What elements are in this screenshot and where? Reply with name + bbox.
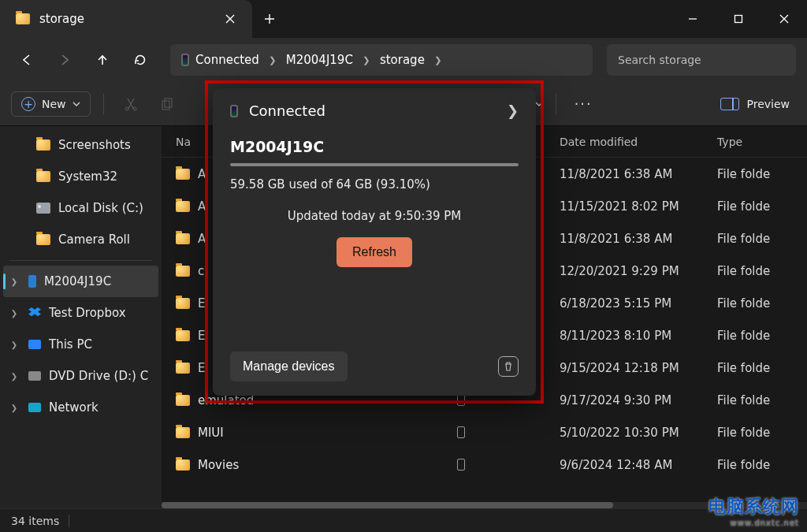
chevron-right-icon[interactable]: ❯ xyxy=(8,309,20,318)
row-type: File folde xyxy=(717,393,807,407)
chevron-down-icon xyxy=(73,100,80,108)
chevron-right-icon[interactable]: ❯ xyxy=(8,340,20,349)
preview-toggle[interactable]: Preview xyxy=(714,93,797,115)
storage-meter xyxy=(230,163,519,166)
row-type: File folde xyxy=(717,199,807,214)
row-date: 5/10/2022 10:30 PM xyxy=(560,426,717,440)
forward-button[interactable] xyxy=(49,44,80,76)
crumb-storage[interactable]: storage xyxy=(378,51,426,69)
device-flyout: Connected ❯ M2004J19C 59.58 GB used of 6… xyxy=(213,88,536,396)
up-button[interactable] xyxy=(87,44,118,76)
row-name: MIUI xyxy=(198,426,224,440)
row-type: File folde xyxy=(717,264,807,278)
phone-icon xyxy=(457,394,465,406)
expand-button[interactable]: ❯ xyxy=(507,102,519,119)
search-placeholder: Search storage xyxy=(618,54,701,66)
row-name: E xyxy=(198,296,205,311)
refresh-nav-button[interactable] xyxy=(125,44,156,76)
row-name: E xyxy=(198,361,205,375)
sidebar-item-label: Local Disk (C:) xyxy=(58,201,143,215)
navigation-pane[interactable]: Screenshots System32 Local Disk (C:) Cam… xyxy=(0,126,162,508)
crumb-device[interactable]: M2004J19C xyxy=(284,51,355,69)
row-date: 11/8/2021 6:38 AM xyxy=(560,232,717,246)
sidebar-pinned-item[interactable]: System32 xyxy=(3,161,158,192)
search-input[interactable]: Search storage xyxy=(607,44,796,76)
refresh-button[interactable]: Refresh xyxy=(337,237,412,267)
folder-icon xyxy=(176,298,190,309)
sidebar-pinned-item[interactable]: Camera Roll xyxy=(3,224,158,255)
sidebar-pinned-item[interactable]: Local Disk (C:) xyxy=(3,192,158,224)
folder-icon xyxy=(176,201,190,212)
chevron-right-icon[interactable]: ❯ xyxy=(431,55,445,65)
device-name: M2004J19C xyxy=(230,138,519,155)
chevron-right-icon[interactable]: ❯ xyxy=(359,55,374,65)
sidebar-tree-item[interactable]: ❯ This PC xyxy=(3,329,158,360)
row-date: 6/18/2023 5:15 PM xyxy=(560,296,717,311)
row-name: A xyxy=(198,167,206,181)
recycle-bin-icon[interactable] xyxy=(498,356,519,377)
chevron-right-icon[interactable]: ❯ xyxy=(266,55,280,65)
sidebar-pinned-item[interactable]: Screenshots xyxy=(3,129,158,161)
flyout-title: Connected xyxy=(249,102,496,119)
more-button[interactable]: ··· xyxy=(569,90,597,118)
folder-icon xyxy=(16,13,30,24)
close-tab-button[interactable] xyxy=(219,8,241,30)
folder-icon xyxy=(36,234,50,245)
table-row[interactable]: MIUI 5/10/2022 10:30 PM File folde xyxy=(162,416,807,448)
monitor-icon xyxy=(28,340,41,349)
crumb-connected[interactable]: Connected xyxy=(194,51,261,69)
row-name: A xyxy=(198,232,206,246)
close-window-button[interactable] xyxy=(761,0,807,38)
item-count: 34 items xyxy=(11,515,59,527)
device-icon xyxy=(230,105,238,117)
row-name: Movies xyxy=(198,458,239,472)
new-tab-button[interactable] xyxy=(252,0,287,38)
active-tab[interactable]: storage xyxy=(0,0,252,38)
row-date: 9/6/2024 12:48 AM xyxy=(560,458,717,472)
folder-icon xyxy=(176,266,190,277)
row-type: File folde xyxy=(717,361,807,375)
table-row[interactable]: Movies 9/6/2024 12:48 AM File folde xyxy=(162,448,807,481)
maximize-button[interactable] xyxy=(716,0,761,38)
sidebar-item-label: Screenshots xyxy=(58,138,131,152)
cut-icon[interactable] xyxy=(117,90,145,118)
back-button[interactable] xyxy=(11,44,43,76)
sidebar-tree-item[interactable]: ❯ Test Dropbox xyxy=(3,297,158,329)
sidebar-tree-item[interactable]: ❯ M2004J19C xyxy=(3,266,158,297)
row-name: A xyxy=(198,199,206,214)
folder-icon xyxy=(176,233,190,244)
sidebar-item-label: Test Dropbox xyxy=(49,306,126,320)
chevron-right-icon[interactable]: ❯ xyxy=(8,277,20,286)
sidebar-tree-item[interactable]: ❯ Network xyxy=(3,392,158,423)
new-button[interactable]: + New xyxy=(11,91,91,117)
row-date: 12/20/2021 9:29 PM xyxy=(560,264,717,278)
divider xyxy=(69,515,69,527)
folder-icon xyxy=(36,140,50,151)
folder-icon xyxy=(176,427,190,438)
status-bar: 34 items xyxy=(0,508,807,532)
column-date[interactable]: Date modified xyxy=(560,136,717,148)
column-type[interactable]: Type xyxy=(717,136,807,148)
preview-label: Preview xyxy=(747,98,790,110)
svg-rect-3 xyxy=(162,101,169,110)
row-date: 11/15/2021 8:02 PM xyxy=(560,199,717,214)
watermark-text: 电脑系统网 xyxy=(708,495,799,519)
manage-devices-button[interactable]: Manage devices xyxy=(230,352,348,381)
breadcrumb[interactable]: Connected ❯ M2004J19C ❯ storage ❯ xyxy=(170,44,593,76)
chevron-down-icon[interactable] xyxy=(535,100,543,108)
sidebar-tree-item[interactable]: ❯ DVD Drive (D:) C xyxy=(3,360,158,392)
chevron-right-icon[interactable]: ❯ xyxy=(8,372,20,381)
sidebar-item-label: Camera Roll xyxy=(58,233,130,247)
divider xyxy=(9,260,152,261)
sidebar-item-label: Network xyxy=(49,400,99,415)
sidebar-item-label: DVD Drive (D:) C xyxy=(49,369,148,383)
copy-icon[interactable] xyxy=(153,90,181,118)
sidebar-item-label: This PC xyxy=(49,337,92,352)
row-type: File folde xyxy=(717,167,807,181)
chevron-right-icon[interactable]: ❯ xyxy=(8,404,20,412)
phone-icon xyxy=(457,426,465,438)
minimize-button[interactable] xyxy=(670,0,716,38)
divider xyxy=(103,94,104,114)
watermark-url: www.dnxtc.net xyxy=(708,519,799,527)
folder-icon xyxy=(176,395,190,406)
